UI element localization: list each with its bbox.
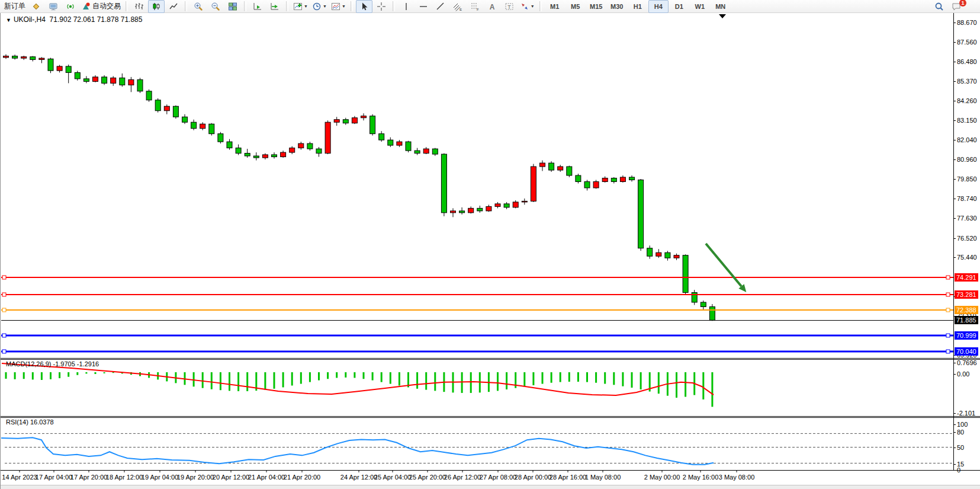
clock-icon [312, 2, 322, 11]
dropdown-caret-icon: ▼ [531, 4, 535, 8]
chart-window[interactable]: ▼UKOil-,H4 71.902 72.061 71.878 71.885 M… [0, 0, 980, 489]
equidistant-channel-button[interactable]: E [449, 0, 466, 13]
chart-shift-icon [270, 2, 279, 11]
main-toolbar: 新订单 自动交易 ▼ ▼ [0, 0, 980, 13]
new-order-button[interactable]: 新订单 [2, 0, 27, 13]
svg-text:E: E [460, 8, 462, 11]
svg-text:A: A [489, 2, 494, 11]
timeframe-bar: M1M5M15M30H1H4D1W1MN [545, 0, 731, 13]
indicators-icon [293, 2, 303, 11]
equidistant-channel-icon: E [453, 2, 462, 11]
horizontal-line-button[interactable] [415, 0, 432, 13]
tile-windows-button[interactable] [224, 0, 241, 13]
timeframe-W1[interactable]: W1 [690, 0, 710, 13]
templates-button[interactable]: ▼ [329, 0, 348, 13]
toolbar-separator [286, 1, 288, 11]
signal-icon [66, 2, 75, 11]
timeframe-D1[interactable]: D1 [669, 0, 689, 13]
zoom-in-icon [194, 2, 203, 11]
chart-frame [0, 13, 980, 489]
zoom-out-icon [211, 2, 220, 11]
search-button[interactable] [931, 0, 947, 13]
timeframe-M5[interactable]: M5 [565, 0, 586, 13]
signal-button[interactable] [62, 0, 79, 13]
autotrade-button[interactable]: 自动交易 [79, 0, 123, 13]
gold-diamond-icon [31, 2, 41, 11]
trendline-icon [436, 2, 445, 11]
text-icon: A [487, 2, 497, 11]
dropdown-caret-icon: ▼ [342, 4, 346, 8]
notifications-button[interactable]: 1 [948, 0, 965, 13]
horizontal-line-icon [419, 2, 428, 11]
cursor-button[interactable] [356, 0, 372, 13]
svg-text:T: T [507, 4, 511, 9]
dropdown-caret-icon: ▼ [304, 4, 308, 8]
toolbar-separator [185, 1, 187, 11]
toolbar-separator [351, 1, 353, 11]
trendline-button[interactable] [432, 0, 449, 13]
fibonacci-icon: F [470, 2, 480, 11]
timeframe-H1[interactable]: H1 [628, 0, 648, 13]
toolbar-separator [244, 1, 246, 11]
tile-windows-icon [228, 2, 237, 11]
indicators-button[interactable]: ▼ [291, 0, 310, 13]
toolbar-separator [126, 1, 128, 11]
auto-scroll-button[interactable] [249, 0, 266, 13]
template-icon [331, 2, 340, 11]
zoom-in-button[interactable] [190, 0, 207, 13]
chart-shift-button[interactable] [266, 0, 283, 13]
timeframe-H4[interactable]: H4 [648, 0, 669, 13]
crosshair-icon [377, 2, 386, 11]
new-order-icon[interactable] [28, 0, 44, 13]
line-chart-button[interactable] [165, 0, 182, 13]
toolbar-separator [393, 1, 395, 11]
monitor-icon [49, 2, 58, 11]
text-button[interactable]: A [484, 0, 500, 13]
bar-chart-icon [134, 2, 144, 11]
candlestick-chart-button[interactable] [148, 0, 165, 13]
text-label-icon: T [505, 2, 514, 11]
vertical-line-icon [401, 2, 411, 11]
bar-chart-button[interactable] [131, 0, 147, 13]
text-label-button[interactable]: T [501, 0, 518, 13]
timeframe-M30[interactable]: M30 [607, 0, 627, 13]
arrows-button[interactable]: ▼ [518, 0, 536, 13]
timeframe-MN[interactable]: MN [711, 0, 731, 13]
timeframe-M15[interactable]: M15 [586, 0, 606, 13]
fibonacci-button[interactable]: F [467, 0, 483, 13]
cursor-icon [359, 2, 369, 11]
vertical-line-button[interactable] [398, 0, 415, 13]
autotrade-icon [81, 2, 91, 11]
notification-badge: 1 [959, 0, 966, 7]
crosshair-button[interactable] [373, 0, 390, 13]
chart-window-button[interactable] [45, 0, 62, 13]
dropdown-caret-icon: ▼ [323, 4, 327, 8]
zoom-out-button[interactable] [207, 0, 224, 13]
periods-button[interactable]: ▼ [310, 0, 329, 13]
toolbar-separator [539, 1, 542, 11]
search-icon [934, 2, 944, 11]
candlestick-chart-icon [152, 2, 161, 11]
arrows-icon [520, 2, 529, 11]
auto-scroll-icon [253, 2, 262, 11]
timeframe-M1[interactable]: M1 [545, 0, 565, 13]
line-chart-icon [169, 2, 178, 11]
svg-text:F: F [477, 8, 479, 11]
